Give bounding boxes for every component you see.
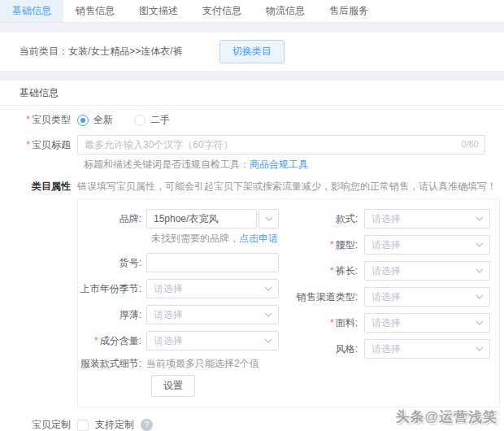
- select-placeholder: 请选择: [154, 334, 183, 348]
- chevron-down-icon: [264, 337, 272, 345]
- genre-row: 风格: 请选择: [283, 339, 499, 359]
- section-title: 基础信息: [0, 81, 504, 106]
- item-type-row: *宝贝类型 全新 二手: [0, 113, 504, 127]
- brand-label: 品牌:: [78, 212, 146, 226]
- watermark-text: 头条@运营浅笑: [395, 407, 497, 426]
- brand-dropdown-trigger[interactable]: [259, 209, 279, 229]
- chevron-down-icon: [264, 285, 272, 293]
- basic-info-form: *宝贝类型 全新 二手 *宝贝标题 0/60 标题和描述关键词是否违规自检工具：…: [0, 106, 504, 431]
- compliance-tool-link[interactable]: 商品合规工具: [250, 159, 308, 170]
- title-helper-text: 标题和描述关键词是否违规自检工具：商品合规工具: [84, 158, 504, 172]
- waist-type-row: *腰型: 请选择: [283, 235, 499, 255]
- tab-after-sales[interactable]: 售后服务: [317, 0, 380, 22]
- support-custom-checkbox[interactable]: [77, 420, 89, 431]
- radio-option-secondhand[interactable]: 二手: [134, 113, 170, 127]
- thickness-row: 厚薄: 请选择: [78, 305, 283, 324]
- help-icon[interactable]: ?: [141, 419, 153, 431]
- radio-icon: [77, 115, 89, 126]
- pants-length-row: *裤长: 请选择: [283, 261, 499, 281]
- tab-label: 图文描述: [139, 4, 178, 18]
- brand-helper-text: 未找到需要的品牌，点击申请: [151, 232, 283, 246]
- pants-length-label: *裤长:: [283, 264, 364, 278]
- style-select[interactable]: 请选择: [364, 209, 490, 229]
- thickness-select[interactable]: 请选择: [146, 305, 279, 324]
- style-detail-setting-button[interactable]: 设置: [151, 375, 195, 397]
- required-asterisk: *: [330, 265, 334, 276]
- launch-season-select[interactable]: 请选择: [146, 279, 279, 298]
- current-category-text: 当前类目：女装/女士精品>>连体衣/裤: [20, 45, 183, 59]
- attrs-right-column: 款式: 请选择 *腰型: 请选择 *裤长: 请选择: [283, 209, 499, 397]
- pants-length-select[interactable]: 请选择: [364, 261, 490, 281]
- tab-sales-info[interactable]: 销售信息: [63, 0, 127, 22]
- item-title-input-wrap: 0/60: [77, 135, 485, 155]
- top-tab-bar: 基础信息 销售信息 图文描述 支付信息 物流信息 售后服务: [0, 0, 504, 23]
- select-placeholder: 请选择: [371, 212, 401, 226]
- launch-season-row: 上市年份季节: 请选择: [78, 279, 283, 298]
- style-detail-note: 当前项最多只能选择2个值: [146, 357, 259, 371]
- customization-label: 宝贝定制: [0, 418, 77, 431]
- genre-label: 风格:: [283, 342, 364, 356]
- composition-select[interactable]: 请选择: [146, 331, 279, 350]
- support-custom-label: 支持定制: [95, 418, 134, 431]
- item-number-row: 货号:: [78, 253, 283, 272]
- select-placeholder: 请选择: [371, 290, 401, 304]
- category-attrs-header: 类目属性 错误填写宝贝属性，可能会引起宝贝下架或搜索流量减少，影响您的正常销售，…: [0, 180, 504, 194]
- fabric-select[interactable]: 请选择: [364, 313, 490, 333]
- required-asterisk: *: [330, 317, 334, 329]
- divider-strip: [0, 71, 504, 81]
- item-title-block: *宝贝标题 0/60 标题和描述关键词是否违规自检工具：商品合规工具: [0, 135, 504, 172]
- waist-type-select[interactable]: 请选择: [364, 235, 490, 255]
- select-placeholder: 请选择: [154, 282, 183, 296]
- tab-logistics-info[interactable]: 物流信息: [254, 0, 317, 22]
- attrs-left-column: 品牌: 15phoe/衣宽风 未找到需要的品牌，点击申请 货号: 上市年份季节:: [78, 209, 283, 397]
- apply-brand-link[interactable]: 点击申请: [239, 233, 278, 244]
- tab-label: 基础信息: [12, 4, 51, 18]
- chevron-down-icon: [264, 311, 272, 319]
- category-attrs-label: 类目属性: [0, 180, 77, 194]
- brand-row: 品牌: 15phoe/衣宽风: [78, 209, 283, 229]
- item-number-input[interactable]: [146, 253, 279, 272]
- brand-select[interactable]: 15phoe/衣宽风: [146, 209, 257, 229]
- tab-payment-info[interactable]: 支付信息: [190, 0, 254, 22]
- tab-label: 销售信息: [76, 4, 115, 18]
- style-row: 款式: 请选择: [283, 209, 499, 229]
- item-title-input[interactable]: [77, 135, 485, 155]
- radio-option-new[interactable]: 全新: [77, 113, 113, 127]
- tab-label: 支付信息: [202, 4, 241, 18]
- select-placeholder: 请选择: [371, 316, 401, 330]
- chevron-down-icon: [476, 319, 484, 327]
- required-asterisk: *: [26, 114, 30, 125]
- genre-select[interactable]: 请选择: [364, 339, 490, 359]
- fabric-label: *面料:: [283, 316, 364, 330]
- tab-basic-info[interactable]: 基础信息: [0, 0, 63, 22]
- item-number-label: 货号:: [78, 256, 146, 270]
- select-placeholder: 请选择: [154, 308, 183, 322]
- composition-label: *成分含量:: [78, 334, 146, 348]
- brand-value: 15phoe/衣宽风: [154, 212, 218, 226]
- brand-select-wrap: 15phoe/衣宽风: [146, 209, 279, 229]
- composition-row: *成分含量: 请选择: [78, 331, 283, 350]
- tab-label: 物流信息: [266, 4, 305, 18]
- required-asterisk: *: [26, 139, 30, 150]
- basic-info-card: 基础信息 *宝贝类型 全新 二手 *宝贝标题 0/60 标题和描述关: [0, 81, 504, 431]
- sales-channel-select[interactable]: 请选择: [364, 287, 490, 307]
- style-label: 款式:: [283, 212, 364, 226]
- divider-strip: [0, 23, 504, 33]
- category-attrs-warning: 错误填写宝贝属性，可能会引起宝贝下架或搜索流量减少，影响您的正常销售，请认真准确…: [77, 180, 497, 194]
- sales-channel-row: 销售渠道类型: 请选择: [283, 287, 499, 307]
- chevron-down-icon: [265, 215, 273, 223]
- item-title-label: *宝贝标题: [0, 138, 77, 152]
- switch-category-button[interactable]: 切换类目: [219, 40, 285, 63]
- select-placeholder: 请选择: [371, 342, 401, 356]
- tab-description[interactable]: 图文描述: [127, 0, 190, 22]
- chevron-down-icon: [476, 267, 484, 275]
- radio-label: 二手: [150, 113, 170, 127]
- item-type-label: *宝贝类型: [0, 113, 77, 127]
- style-detail-row: 服装款式细节: 当前项最多只能选择2个值: [78, 357, 283, 371]
- chevron-down-icon: [476, 241, 484, 249]
- sales-channel-label: 销售渠道类型:: [283, 290, 364, 304]
- required-asterisk: *: [330, 239, 334, 250]
- launch-season-label: 上市年份季节:: [78, 282, 146, 296]
- category-attrs-box: 品牌: 15phoe/衣宽风 未找到需要的品牌，点击申请 货号: 上市年份季节:: [77, 198, 500, 407]
- required-asterisk: *: [94, 335, 98, 346]
